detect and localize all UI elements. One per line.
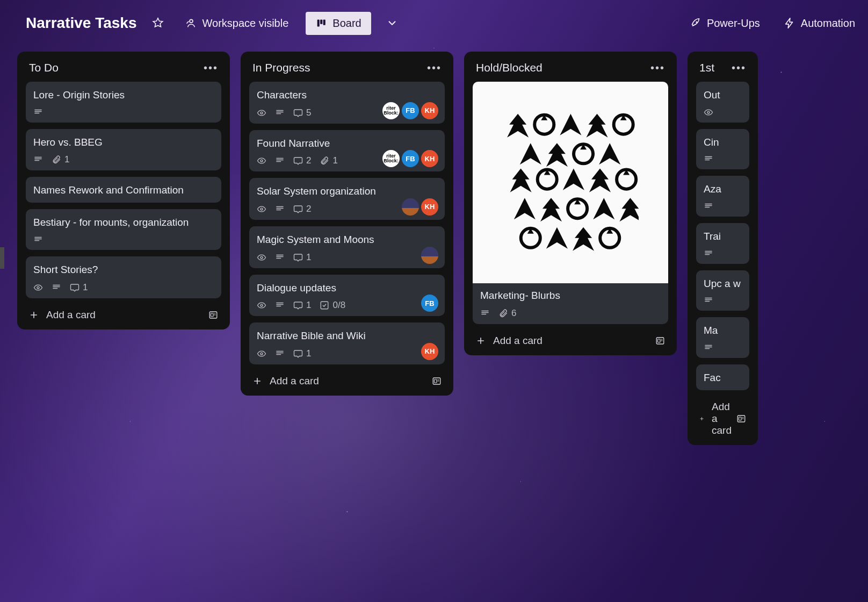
card[interactable]: Fac (696, 364, 749, 390)
checklist-icon (320, 300, 329, 310)
card[interactable]: Cin (696, 129, 749, 170)
view-switcher-chevron[interactable] (382, 13, 402, 33)
add-card-button[interactable]: Add a card (29, 309, 96, 321)
list-title[interactable]: 1st (699, 61, 714, 74)
plus-icon (252, 376, 262, 386)
comment-icon (293, 349, 303, 359)
watch-badge (257, 108, 266, 118)
visibility-label: Workspace visible (202, 17, 289, 30)
visibility-button[interactable]: Workspace visible (179, 13, 295, 34)
comments-badge: 1 (293, 348, 311, 359)
list-menu-button[interactable]: ••• (732, 62, 746, 74)
list-title[interactable]: In Progress (252, 61, 310, 74)
card[interactable]: Trai (696, 223, 749, 264)
list-header: Hold/Blocked ••• (464, 52, 677, 80)
add-card-button[interactable]: Add a card (699, 401, 736, 436)
description-icon (33, 235, 43, 245)
avatar[interactable]: KH (421, 198, 438, 216)
card[interactable]: Dialogue updates 10/8 FB (249, 275, 445, 317)
add-card-button[interactable]: Add a card (252, 375, 319, 387)
card[interactable]: Characters 5 FBKH (249, 82, 445, 124)
card[interactable]: Names Rework and Confirmation (26, 177, 221, 203)
list-header: In Progress ••• (241, 52, 453, 80)
list-title[interactable]: To Do (29, 61, 59, 74)
list-menu-button[interactable]: ••• (204, 62, 218, 74)
card-title: Out (704, 88, 742, 102)
add-card-label: Add a card (712, 401, 736, 436)
list-title[interactable]: Hold/Blocked (476, 61, 542, 74)
card[interactable]: Hero vs. BBEG 1 (26, 129, 221, 171)
card[interactable]: Found Narrative 21 FBKH (249, 130, 445, 172)
attachment-icon (498, 309, 508, 318)
description-badge (704, 296, 713, 305)
add-card-label: Add a card (493, 335, 542, 347)
card[interactable]: Magic System and Moons 1 (249, 226, 445, 268)
description-badge (704, 249, 713, 259)
card-badges: 1 (33, 154, 214, 165)
card[interactable]: Short Stories? 1 (26, 256, 221, 298)
avatar[interactable] (382, 150, 400, 167)
card-template-button[interactable] (208, 310, 218, 320)
template-icon (655, 336, 665, 346)
card[interactable]: Aza (696, 176, 749, 217)
plus-icon (476, 336, 486, 346)
card[interactable]: Solar System organization 2 KH (249, 178, 445, 220)
watch-badge (257, 253, 266, 262)
template-icon (432, 376, 442, 386)
board-canvas[interactable]: To Do ••• Lore - Origin Stories Hero vs.… (0, 46, 868, 602)
card-badges (704, 108, 742, 117)
card-title: Names Rework and Confirmation (33, 183, 214, 197)
card-template-button[interactable] (736, 414, 746, 424)
avatar[interactable]: KH (421, 343, 438, 360)
description-icon (275, 156, 285, 166)
comments-badge: 1 (293, 252, 311, 263)
automation-button[interactable]: Automation (777, 13, 855, 34)
avatar[interactable]: FB (421, 295, 438, 312)
card-title: Fac (704, 371, 742, 385)
powerups-label: Power-Ups (707, 17, 760, 30)
avatar[interactable]: KH (421, 102, 438, 119)
card-template-button[interactable] (655, 336, 665, 346)
list-header: To Do ••• (17, 52, 230, 80)
eye-icon (33, 283, 43, 292)
card[interactable]: Narrative Bible and Wiki 1 KH (249, 322, 445, 364)
description-badge (704, 202, 713, 211)
card[interactable]: Marketing- Blurbs 6 (473, 82, 668, 324)
card[interactable]: Out (696, 82, 749, 123)
avatar[interactable] (402, 198, 419, 216)
eye-icon (704, 108, 713, 117)
card-title: Hero vs. BBEG (33, 135, 214, 149)
avatar[interactable] (382, 102, 400, 119)
description-icon (33, 108, 43, 117)
add-card-button[interactable]: Add a card (476, 335, 542, 347)
automation-label: Automation (801, 17, 855, 30)
card[interactable]: Bestiary - for mounts, organization (26, 209, 221, 250)
avatar[interactable]: FB (402, 150, 419, 167)
template-icon (208, 310, 218, 320)
avatar[interactable]: KH (421, 150, 438, 167)
description-badge (275, 349, 285, 359)
card[interactable]: Upc a w (696, 270, 749, 311)
list-cards: Marketing- Blurbs 6 (464, 80, 677, 326)
card-template-button[interactable] (432, 376, 442, 386)
board-title[interactable]: Narrative Tasks (26, 15, 137, 32)
description-icon (704, 249, 713, 259)
card[interactable]: Ma (696, 317, 749, 358)
description-badge (704, 343, 713, 353)
star-button[interactable] (148, 13, 168, 33)
list-menu-button[interactable]: ••• (427, 62, 442, 74)
description-badge (275, 253, 285, 262)
card-badges (704, 296, 742, 305)
list-menu-button[interactable]: ••• (650, 62, 665, 74)
list-cards: Out Cin Aza Trai (688, 80, 758, 392)
avatar[interactable]: FB (402, 102, 419, 119)
card-title: Lore - Origin Stories (33, 88, 214, 102)
powerups-button[interactable]: Power-Ups (683, 13, 766, 34)
avatar[interactable] (421, 247, 438, 264)
star-icon (152, 17, 164, 29)
comments-badge: 1 (293, 300, 311, 311)
eye-icon (257, 300, 266, 310)
list: In Progress ••• Characters 5 FBKH Found … (241, 52, 453, 396)
view-switcher-board[interactable]: Board (306, 12, 371, 35)
card[interactable]: Lore - Origin Stories (26, 82, 221, 123)
